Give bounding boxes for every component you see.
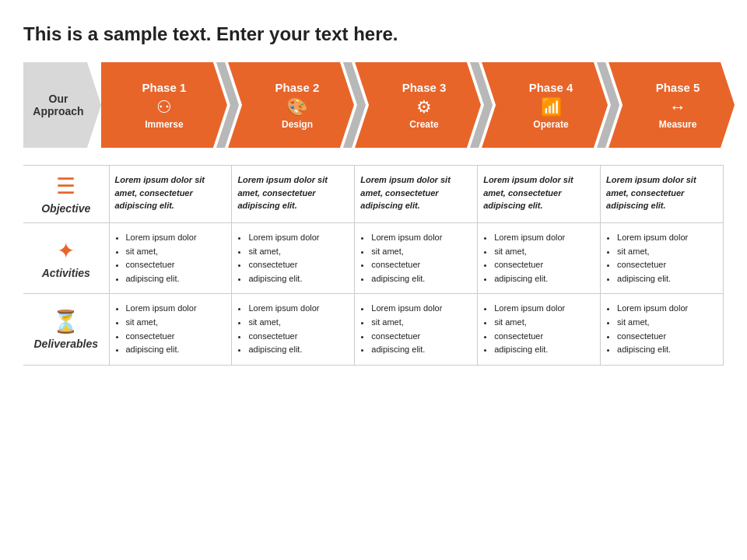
- list-item: adipiscing elit.: [371, 272, 472, 286]
- phase-4-arrow: Phase 4 📶 Operate: [482, 62, 608, 148]
- activities-cell-4: Lorem ipsum dolor sit amet, consectetuer…: [478, 223, 601, 294]
- objective-cell-4: Lorem ipsum dolor sit amet, consectetuer…: [478, 166, 601, 223]
- list-item: consectetuer: [494, 258, 594, 272]
- activities-list-4: Lorem ipsum dolor sit amet, consectetuer…: [483, 231, 594, 285]
- activities-cell-3: Lorem ipsum dolor sit amet, consectetuer…: [355, 223, 478, 294]
- list-item: adipiscing elit.: [371, 343, 472, 357]
- phase-4-number: Phase 4: [529, 81, 573, 94]
- activities-list-2: Lorem ipsum dolor sit amet, consectetuer…: [237, 231, 349, 285]
- deliverables-cell-3: Lorem ipsum dolor sit amet, consectetuer…: [355, 294, 478, 365]
- objective-label-cell: ☰ Objective: [23, 166, 109, 223]
- checklist-icon: ☰: [29, 173, 103, 199]
- deliverables-list-3: Lorem ipsum dolor sit amet, consectetuer…: [360, 302, 472, 356]
- info-table: ☰ Objective Lorem ipsum dolor sit amet, …: [23, 165, 724, 366]
- phase-2-number: Phase 2: [275, 81, 320, 94]
- objective-row: ☰ Objective Lorem ipsum dolor sit amet, …: [23, 166, 724, 223]
- list-item: Lorem ipsum dolor: [617, 302, 717, 316]
- phase-1-name: Immerse: [145, 119, 183, 130]
- objective-cell-1: Lorem ipsum dolor sit amet, consectetuer…: [109, 166, 232, 223]
- phase-3-arrow: Phase 3 ⚙ Create: [355, 62, 481, 148]
- phase-diagram: OurApproach Phase 1 ⚇ Immerse Phase 2 🎨 …: [23, 62, 724, 148]
- objective-cell-5: Lorem ipsum dolor sit amet, consectetuer…: [601, 166, 724, 223]
- list-item: adipiscing elit.: [126, 272, 226, 286]
- list-item: consectetuer: [371, 258, 472, 272]
- phase-5-icon: ↔: [669, 97, 686, 117]
- deliverables-cell-1: Lorem ipsum dolor sit amet, consectetuer…: [109, 294, 232, 365]
- list-item: Lorem ipsum dolor: [126, 231, 226, 245]
- list-item: sit amet,: [371, 245, 472, 259]
- list-item: Lorem ipsum dolor: [126, 302, 226, 316]
- list-item: sit amet,: [617, 245, 717, 259]
- hourglass-icon: ⏳: [29, 309, 103, 334]
- list-item: consectetuer: [248, 258, 349, 272]
- phase-4-name: Operate: [533, 119, 568, 130]
- deliverables-list-4: Lorem ipsum dolor sit amet, consectetuer…: [483, 302, 594, 356]
- list-item: sit amet,: [494, 316, 594, 330]
- phase-3-icon: ⚙: [416, 97, 432, 117]
- list-item: Lorem ipsum dolor: [494, 302, 594, 316]
- list-item: consectetuer: [494, 330, 594, 344]
- list-item: consectetuer: [617, 330, 717, 344]
- star-icon: ✦: [29, 238, 103, 264]
- objective-cell-3: Lorem ipsum dolor sit amet, consectetuer…: [355, 166, 478, 223]
- objective-text-2: Lorem ipsum dolor sit amet, consectetuer…: [237, 175, 328, 210]
- phase-3-name: Create: [409, 119, 438, 130]
- list-item: adipiscing elit.: [494, 272, 594, 286]
- deliverables-cell-4: Lorem ipsum dolor sit amet, consectetuer…: [478, 294, 601, 365]
- objective-text-3: Lorem ipsum dolor sit amet, consectetuer…: [360, 175, 451, 210]
- phase-1-number: Phase 1: [142, 81, 187, 94]
- list-item: consectetuer: [371, 330, 472, 344]
- phase-5-name: Measure: [659, 119, 697, 130]
- list-item: sit amet,: [371, 316, 472, 330]
- deliverables-list-5: Lorem ipsum dolor sit amet, consectetuer…: [606, 302, 717, 356]
- list-item: Lorem ipsum dolor: [617, 231, 717, 245]
- list-item: sit amet,: [248, 316, 349, 330]
- phase-2-arrow: Phase 2 🎨 Design: [228, 62, 354, 148]
- list-item: sit amet,: [248, 245, 349, 259]
- phase-1-arrow: Phase 1 ⚇ Immerse: [101, 62, 227, 148]
- page-title: This is a sample text. Enter your text h…: [23, 23, 724, 45]
- list-item: consectetuer: [248, 330, 349, 344]
- activities-cell-5: Lorem ipsum dolor sit amet, consectetuer…: [601, 223, 724, 294]
- deliverables-label-cell: ⏳ Deliverables: [23, 294, 109, 365]
- deliverables-row: ⏳ Deliverables Lorem ipsum dolor sit ame…: [23, 294, 724, 365]
- list-item: adipiscing elit.: [248, 343, 349, 357]
- list-item: Lorem ipsum dolor: [494, 231, 594, 245]
- activities-row: ✦ Activities Lorem ipsum dolor sit amet,…: [23, 223, 724, 294]
- list-item: Lorem ipsum dolor: [371, 302, 472, 316]
- list-item: consectetuer: [617, 258, 717, 272]
- activities-list-1: Lorem ipsum dolor sit amet, consectetuer…: [115, 231, 226, 285]
- activities-list-3: Lorem ipsum dolor sit amet, consectetuer…: [360, 231, 472, 285]
- list-item: Lorem ipsum dolor: [371, 231, 472, 245]
- activities-label-cell: ✦ Activities: [23, 223, 109, 294]
- activities-cell-2: Lorem ipsum dolor sit amet, consectetuer…: [232, 223, 355, 294]
- deliverables-cell-5: Lorem ipsum dolor sit amet, consectetuer…: [601, 294, 724, 365]
- phase-5-arrow: Phase 5 ↔ Measure: [608, 62, 735, 148]
- activities-label: Activities: [42, 267, 90, 279]
- list-item: adipiscing elit.: [248, 272, 349, 286]
- list-item: adipiscing elit.: [494, 343, 594, 357]
- deliverables-list-2: Lorem ipsum dolor sit amet, consectetuer…: [237, 302, 349, 356]
- list-item: Lorem ipsum dolor: [248, 231, 349, 245]
- list-item: consectetuer: [126, 330, 226, 344]
- approach-label: OurApproach: [23, 62, 101, 148]
- objective-text-1: Lorem ipsum dolor sit amet, consectetuer…: [115, 175, 205, 210]
- deliverables-label: Deliverables: [34, 338, 99, 350]
- page-wrapper: This is a sample text. Enter your text h…: [0, 0, 747, 560]
- deliverables-list-1: Lorem ipsum dolor sit amet, consectetuer…: [115, 302, 226, 356]
- objective-text-5: Lorem ipsum dolor sit amet, consectetuer…: [606, 175, 696, 210]
- activities-list-5: Lorem ipsum dolor sit amet, consectetuer…: [606, 231, 717, 285]
- phase-3-number: Phase 3: [402, 81, 447, 94]
- list-item: sit amet,: [494, 245, 594, 259]
- phases-row: Phase 1 ⚇ Immerse Phase 2 🎨 Design Phase…: [101, 62, 724, 148]
- list-item: adipiscing elit.: [617, 272, 717, 286]
- phase-4-icon: 📶: [541, 97, 562, 117]
- phase-2-name: Design: [282, 119, 313, 130]
- objective-cell-2: Lorem ipsum dolor sit amet, consectetuer…: [232, 166, 355, 223]
- activities-cell-1: Lorem ipsum dolor sit amet, consectetuer…: [109, 223, 232, 294]
- list-item: sit amet,: [126, 245, 226, 259]
- list-item: sit amet,: [617, 316, 717, 330]
- list-item: consectetuer: [126, 258, 226, 272]
- list-item: adipiscing elit.: [126, 343, 226, 357]
- phase-1-icon: ⚇: [156, 97, 172, 117]
